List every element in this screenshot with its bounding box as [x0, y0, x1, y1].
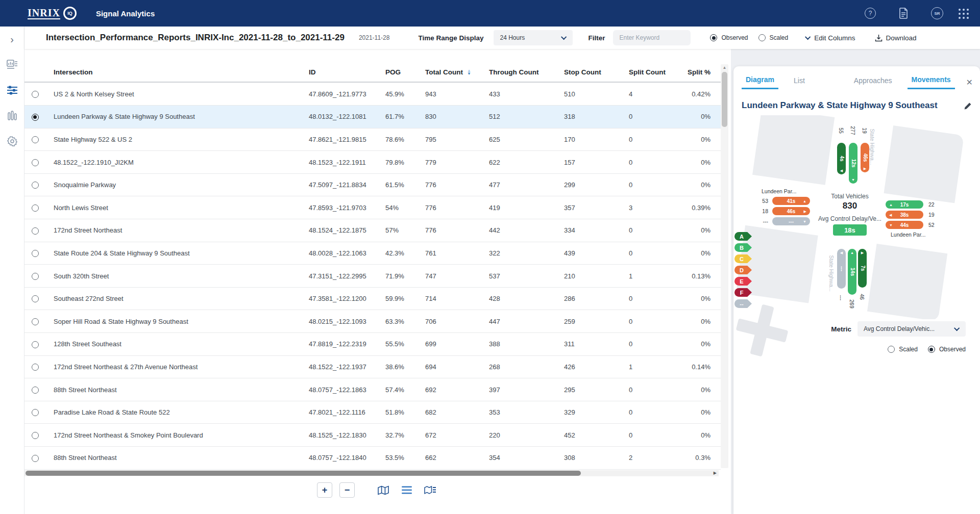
- panel-observed-radio[interactable]: Observed: [928, 346, 966, 353]
- row-radio[interactable]: [32, 227, 39, 235]
- zoom-out-icon[interactable]: −: [339, 482, 355, 498]
- col-stop-count[interactable]: Stop Count: [563, 63, 628, 82]
- table-row[interactable]: Lundeen Parkway & State Highway 9 Southe…: [24, 106, 721, 128]
- table-horizontal-scrollbar[interactable]: ▶: [24, 470, 719, 476]
- table-row[interactable]: Snoqualmie Parkway47.5097_-121.883461.5%…: [24, 173, 721, 196]
- signals-icon[interactable]: [7, 85, 18, 97]
- map-list-view-icon[interactable]: [422, 482, 438, 498]
- table-row[interactable]: US 2 & North Kelsey Street47.8609_-121.9…: [24, 83, 721, 106]
- row-radio[interactable]: [32, 136, 39, 143]
- metric-dropdown[interactable]: Avg Control Delay/Vehic...: [857, 321, 966, 337]
- row-radio[interactable]: [32, 387, 39, 394]
- cell-stop-count: 357: [563, 196, 628, 219]
- zoom-in-icon[interactable]: +: [317, 482, 332, 498]
- movement-count: 53: [751, 198, 768, 204]
- inrix-logo[interactable]: INRIX IQ: [28, 7, 77, 20]
- edit-pencil-icon[interactable]: [964, 102, 972, 112]
- row-radio-cell: [24, 265, 53, 288]
- table-row[interactable]: 172nd Street Northeast & Smokey Point Bo…: [24, 424, 721, 447]
- sort-icon[interactable]: ▲▼: [467, 69, 471, 75]
- download-button[interactable]: Download: [875, 34, 917, 42]
- filter-input[interactable]: [613, 30, 691, 45]
- col-split-count[interactable]: Split Count: [628, 63, 687, 82]
- col-total-count[interactable]: Total Count▲▼: [424, 63, 488, 82]
- cell-stop-count: 334: [563, 219, 628, 242]
- time-range-dropdown[interactable]: 24 Hours: [494, 30, 573, 45]
- row-radio-cell: [24, 447, 53, 470]
- movement-count: 19: [862, 127, 868, 134]
- col-pog[interactable]: POG: [384, 63, 424, 82]
- scroll-thumb[interactable]: [722, 72, 727, 127]
- table-row[interactable]: State Route 204 & State Highway 9 Southe…: [24, 242, 721, 265]
- radio-dot: [888, 346, 895, 353]
- table-row[interactable]: 128th Street Southeast47.8819_-122.23195…: [24, 333, 721, 356]
- row-radio[interactable]: [32, 432, 39, 439]
- scroll-thumb[interactable]: [26, 471, 581, 476]
- map-view-icon[interactable]: [375, 482, 391, 498]
- cell-total-count: 692: [424, 378, 488, 401]
- cell-stop-count: 286: [563, 287, 628, 310]
- row-radio[interactable]: [32, 273, 39, 280]
- col-intersection[interactable]: Intersection: [53, 63, 308, 82]
- row-radio[interactable]: [32, 455, 39, 462]
- row-radio[interactable]: [32, 159, 39, 166]
- row-radio[interactable]: [32, 204, 39, 212]
- tab-list[interactable]: List: [790, 76, 809, 89]
- cell-id: 47.8021_-122.1116: [308, 401, 384, 424]
- movement-delay: 12s: [850, 159, 856, 168]
- close-icon[interactable]: ✕: [966, 78, 973, 87]
- edit-columns-button[interactable]: Edit Columns: [806, 34, 855, 42]
- cell-total-count: 706: [424, 310, 488, 333]
- row-radio[interactable]: [32, 182, 39, 189]
- col-id[interactable]: ID: [308, 63, 384, 82]
- cell-total-count: 943: [424, 83, 488, 106]
- table-row[interactable]: Soper Hill Road & State Highway 9 Southe…: [24, 310, 721, 333]
- row-radio[interactable]: [32, 114, 39, 121]
- corridors-icon[interactable]: [7, 111, 17, 123]
- table-row[interactable]: 88th Street Northeast48.0757_-122.186357…: [24, 378, 721, 401]
- reports-icon[interactable]: [7, 60, 18, 72]
- table-row[interactable]: 172nd Street Northeast48.1524_-122.18755…: [24, 219, 721, 242]
- row-radio[interactable]: [32, 364, 39, 371]
- table-vertical-scrollbar[interactable]: ▲: [721, 64, 728, 468]
- movement-count: 55: [838, 127, 844, 134]
- movement-pill: 14s▲: [848, 249, 856, 295]
- settings-icon[interactable]: [7, 136, 17, 148]
- scroll-up-icon[interactable]: ▲: [721, 65, 728, 70]
- detail-panel-area: Diagram List Approaches Movements ✕ Lund…: [731, 49, 980, 514]
- cell-split-count: 0: [628, 287, 687, 310]
- scroll-right-icon[interactable]: ▶: [714, 470, 717, 476]
- row-radio[interactable]: [32, 341, 39, 348]
- col-through-count[interactable]: Through Count: [488, 63, 563, 82]
- expand-icon[interactable]: ›: [10, 34, 14, 45]
- panel-radios: Scaled Observed: [888, 346, 966, 353]
- table-row[interactable]: 88th Street Northeast48.0757_-122.184053…: [24, 447, 721, 470]
- col-split-pct[interactable]: Split %: [687, 63, 721, 82]
- table-row[interactable]: 172nd Street Northeast & 27th Avenue Nor…: [24, 355, 721, 378]
- detail-card: Diagram List Approaches Movements ✕ Lund…: [733, 66, 980, 514]
- help-icon[interactable]: ?: [865, 8, 876, 19]
- list-view-icon[interactable]: [399, 482, 415, 498]
- movement-arrow-up: ▲: [803, 199, 806, 203]
- panel-scaled-radio[interactable]: Scaled: [888, 346, 918, 353]
- scaled-radio[interactable]: Scaled: [758, 34, 789, 41]
- user-avatar[interactable]: SR: [931, 7, 943, 19]
- table-row[interactable]: Paradise Lake Road & State Route 52247.8…: [24, 401, 721, 424]
- cell-total-count: 761: [424, 242, 488, 265]
- row-radio[interactable]: [32, 250, 39, 257]
- row-radio[interactable]: [32, 318, 39, 325]
- table-row[interactable]: 48.1522_-122.1910_JI2KM48.1523_-122.1911…: [24, 151, 721, 174]
- tab-approaches[interactable]: Approaches: [850, 76, 896, 89]
- table-row[interactable]: Southeast 272nd Street47.3581_-122.12005…: [24, 287, 721, 310]
- table-row[interactable]: North Lewis Street47.8593_-121.970354%77…: [24, 196, 721, 219]
- row-radio[interactable]: [32, 91, 39, 98]
- row-radio[interactable]: [32, 409, 39, 416]
- document-icon[interactable]: [898, 8, 909, 19]
- tab-movements[interactable]: Movements: [908, 75, 955, 89]
- row-radio[interactable]: [32, 295, 39, 302]
- table-row[interactable]: South 320th Street47.3151_-122.299571.9%…: [24, 265, 721, 288]
- observed-radio[interactable]: Observed: [710, 34, 748, 41]
- los-chip-c: C: [734, 254, 752, 263]
- table-row[interactable]: State Highway 522 & US 247.8621_-121.981…: [24, 128, 721, 151]
- tab-diagram[interactable]: Diagram: [742, 75, 778, 89]
